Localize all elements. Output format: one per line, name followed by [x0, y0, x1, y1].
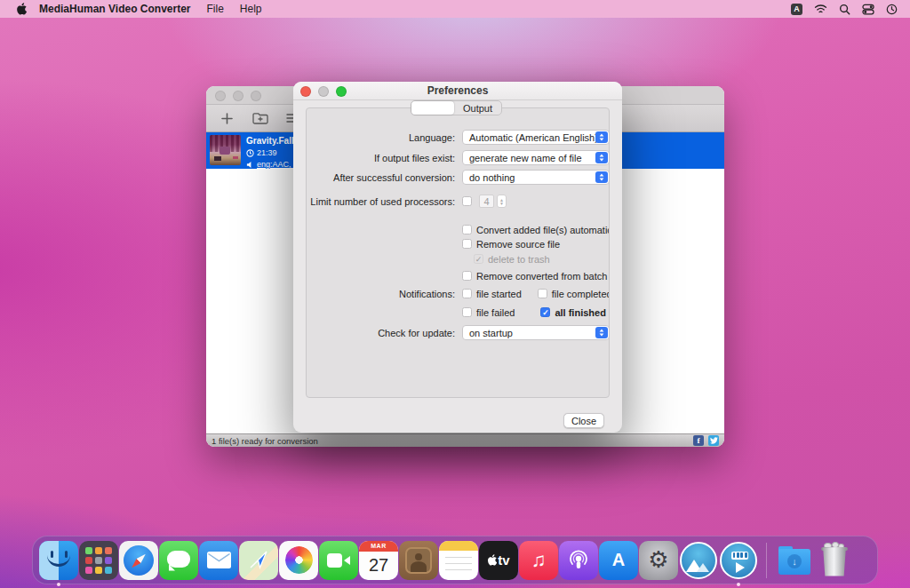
after-conversion-select[interactable]: do nothing: [462, 170, 610, 185]
limit-processors-label: Limit number of used processors:: [307, 196, 455, 207]
dock-contacts-icon[interactable]: [399, 541, 438, 580]
processors-count-field[interactable]: 4: [479, 195, 494, 208]
dock-calendar-icon[interactable]: MAR 27: [359, 541, 398, 580]
remove-batch-checkbox[interactable]: [462, 271, 472, 281]
chevron-updown-icon: [595, 152, 608, 163]
input-source-icon[interactable]: A: [791, 4, 802, 15]
dock-mediahuman-icon[interactable]: [679, 541, 718, 580]
dock-facetime-icon[interactable]: [319, 541, 358, 580]
convert-auto-checkbox[interactable]: [462, 225, 472, 234]
chevron-updown-icon: [595, 327, 608, 338]
limit-processors-checkbox[interactable]: [462, 196, 472, 206]
status-text: 1 file(s) ready for conversion: [212, 436, 318, 446]
zoom-window-button[interactable]: [251, 91, 261, 101]
file-duration: 21:39: [257, 149, 277, 157]
chevron-updown-icon: [595, 131, 608, 143]
output-exist-value: generate new name of file: [469, 153, 582, 163]
dock-music-icon[interactable]: ♫: [519, 541, 558, 580]
notifications-label: Notifications:: [307, 289, 455, 299]
video-thumbnail: [210, 135, 241, 165]
dock-maps-icon[interactable]: [239, 541, 278, 580]
menu-file[interactable]: File: [206, 3, 223, 15]
menu-help[interactable]: Help: [240, 3, 262, 15]
dock: MAR 27 tv ♫ A: [32, 536, 878, 584]
clock-icon[interactable]: [886, 4, 898, 15]
dock-messages-icon[interactable]: [159, 541, 198, 580]
dock-photos-icon[interactable]: [279, 541, 318, 580]
calendar-month: MAR: [359, 541, 398, 552]
file-started-label: file started: [476, 289, 522, 299]
duration-icon: [246, 149, 254, 157]
processors-stepper[interactable]: ▲▼: [497, 195, 507, 208]
running-indicator: [737, 583, 740, 586]
file-failed-checkbox[interactable]: [462, 307, 472, 317]
language-label: Language:: [307, 132, 455, 143]
minimize-dialog-button[interactable]: [318, 86, 329, 97]
wifi-icon[interactable]: [814, 4, 827, 14]
close-button[interactable]: Close: [563, 413, 604, 428]
output-exist-select[interactable]: generate new name of file: [462, 150, 610, 165]
preferences-tabs: Output: [411, 100, 502, 115]
remove-source-checkbox[interactable]: [462, 239, 472, 249]
close-dialog-button[interactable]: [300, 86, 311, 97]
tab-output[interactable]: Output: [454, 101, 501, 115]
status-bar: 1 file(s) ready for conversion f: [206, 433, 724, 447]
close-window-button[interactable]: [215, 91, 226, 101]
dock-trash-icon[interactable]: [815, 541, 854, 580]
all-finished-checkbox[interactable]: [540, 307, 550, 317]
menu-app-name[interactable]: MediaHuman Video Converter: [39, 3, 190, 15]
appstore-letter: A: [612, 550, 625, 570]
minimize-window-button[interactable]: [233, 91, 243, 101]
language-value: Automatic (American English): [469, 132, 598, 143]
spotlight-search-icon[interactable]: [839, 4, 850, 15]
all-finished-label: all finished: [555, 307, 605, 318]
delete-to-trash-checkbox: [474, 254, 483, 264]
twitter-icon[interactable]: [708, 435, 719, 446]
dock-notes-icon[interactable]: [439, 541, 478, 580]
after-conversion-label: After successful conversion:: [307, 172, 455, 183]
zoom-dialog-button[interactable]: [336, 86, 347, 97]
dialog-title: Preferences: [427, 84, 489, 97]
dock-podcasts-icon[interactable]: [559, 541, 598, 580]
preferences-titlebar[interactable]: Preferences: [293, 82, 622, 100]
dock-appstore-icon[interactable]: A: [599, 541, 638, 580]
control-center-icon[interactable]: [862, 4, 874, 15]
audio-icon: [246, 161, 254, 169]
language-select[interactable]: Automatic (American English): [462, 130, 610, 145]
check-update-select[interactable]: on startup: [462, 325, 610, 340]
file-completed-label: file completed: [552, 289, 610, 299]
facebook-icon[interactable]: f: [693, 435, 704, 446]
convert-auto-label: Convert added file(s) automatically: [476, 225, 610, 235]
dock-separator: [766, 543, 767, 578]
delete-to-trash-label: delete to trash: [488, 254, 550, 265]
dock-finder-icon[interactable]: [39, 541, 78, 580]
check-update-value: on startup: [469, 328, 513, 338]
preferences-dialog: Preferences Output Language: Automatic (…: [293, 82, 622, 433]
calendar-day: 27: [359, 552, 398, 580]
file-completed-checkbox[interactable]: [538, 289, 547, 298]
preferences-group-box: Language: Automatic (American English) I…: [306, 107, 610, 398]
check-update-label: Check for update:: [307, 328, 455, 338]
dock-downloads-icon[interactable]: ↓: [775, 541, 814, 580]
tv-label: tv: [498, 552, 509, 568]
dock-tv-icon[interactable]: tv: [479, 541, 518, 580]
add-file-button[interactable]: [215, 109, 238, 127]
menu-bar: MediaHuman Video Converter File Help A: [0, 0, 910, 18]
apple-menu-icon[interactable]: [16, 3, 27, 15]
remove-source-label: Remove source file: [476, 239, 560, 250]
tab-general[interactable]: [411, 101, 454, 115]
dock-video-converter-icon[interactable]: [719, 541, 758, 580]
running-indicator: [57, 583, 60, 586]
file-failed-label: file failed: [476, 307, 515, 318]
dock-safari-icon[interactable]: [119, 541, 158, 580]
file-started-checkbox[interactable]: [462, 289, 472, 298]
desktop: MediaHuman Video Converter File Help A: [0, 0, 910, 588]
output-exist-label: If output files exist:: [307, 153, 455, 163]
remove-batch-label: Remove converted from batch: [476, 271, 607, 282]
dock-launchpad-icon[interactable]: [79, 541, 118, 580]
after-conversion-value: do nothing: [469, 172, 515, 183]
dock-mail-icon[interactable]: [199, 541, 238, 580]
dock-system-preferences-icon[interactable]: ⚙: [639, 541, 678, 580]
chevron-updown-icon: [595, 171, 608, 183]
add-folder-button[interactable]: [249, 109, 272, 127]
